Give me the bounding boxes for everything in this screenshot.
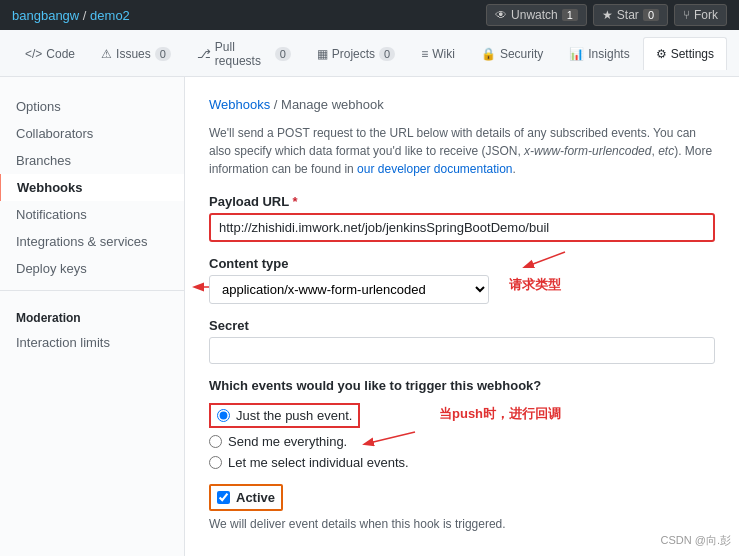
tab-settings-label: Settings (671, 47, 714, 61)
tab-pr-label: Pull requests (215, 40, 271, 68)
events-question: Which events would you like to trigger t… (209, 378, 715, 393)
payload-url-group: Payload URL * 回调地址 (209, 194, 715, 242)
sidebar-item-branches-label: Branches (16, 153, 71, 168)
content-type-select[interactable]: application/x-www-form-urlencoded applic… (209, 275, 489, 304)
sidebar-item-notifications-label: Notifications (16, 207, 87, 222)
sidebar-item-collaborators-label: Collaborators (16, 126, 93, 141)
tab-projects[interactable]: ▦ Projects 0 (304, 37, 408, 70)
tab-insights-label: Insights (588, 47, 629, 61)
sidebar-item-options[interactable]: Options (0, 93, 184, 120)
breadcrumb-page: Manage webhook (281, 97, 384, 112)
watch-button[interactable]: 👁 Unwatch 1 (486, 4, 587, 26)
push-annotation: 当push时，进行回调 (439, 405, 561, 423)
repo-actions: 👁 Unwatch 1 ★ Star 0 ⑂ Fork (486, 4, 727, 26)
required-indicator: * (293, 194, 298, 209)
sidebar-item-integrations[interactable]: Integrations & services (0, 228, 184, 255)
content-type-label: Content type (209, 256, 715, 271)
push-event-label: Just the push event. (236, 408, 352, 423)
active-section: Active (209, 484, 283, 511)
secret-group: Secret (209, 318, 715, 364)
individual-event-label: Let me select individual events. (228, 455, 409, 470)
tab-issues[interactable]: ⚠ Issues 0 (88, 37, 184, 70)
sidebar-item-interaction-limits-label: Interaction limits (16, 335, 110, 350)
fork-icon: ⑂ (683, 8, 690, 22)
pr-icon: ⎇ (197, 47, 211, 61)
issues-badge: 0 (155, 47, 171, 61)
top-bar: bangbangw / demo2 👁 Unwatch 1 ★ Star 0 ⑂… (0, 0, 739, 30)
sidebar-item-branches[interactable]: Branches (0, 147, 184, 174)
everything-event-radio[interactable] (209, 435, 222, 448)
everything-event-label: Send me everything. (228, 434, 347, 449)
moderation-section-title: Moderation (0, 299, 184, 329)
repo-name-link[interactable]: demo2 (90, 8, 130, 23)
wiki-icon: ≡ (421, 47, 428, 61)
breadcrumb: Webhooks / Manage webhook (209, 97, 715, 112)
push-event-radio-group: Just the push event. (209, 403, 360, 428)
breadcrumb-root[interactable]: Webhooks (209, 97, 270, 112)
sidebar-item-deploy-keys-label: Deploy keys (16, 261, 87, 276)
fork-button[interactable]: ⑂ Fork (674, 4, 727, 26)
tab-projects-label: Projects (332, 47, 375, 61)
active-hint: We will deliver event details when this … (209, 517, 715, 531)
sidebar-item-options-label: Options (16, 99, 61, 114)
events-group: Which events would you like to trigger t… (209, 378, 715, 470)
star-count: 0 (643, 9, 659, 21)
tab-security-label: Security (500, 47, 543, 61)
tab-settings[interactable]: ⚙ Settings (643, 37, 727, 70)
secret-input[interactable] (209, 337, 715, 364)
webhook-description: We'll send a POST request to the URL bel… (209, 124, 715, 178)
watch-count: 1 (562, 9, 578, 21)
sidebar-item-integrations-label: Integrations & services (16, 234, 148, 249)
tab-pull-requests[interactable]: ⎇ Pull requests 0 (184, 30, 304, 77)
layout: Options Collaborators Branches Webhooks … (0, 77, 739, 556)
sidebar-divider (0, 290, 184, 291)
payload-url-input[interactable] (209, 213, 715, 242)
watch-label: Unwatch (511, 8, 558, 22)
code-icon: </> (25, 47, 42, 61)
tab-code[interactable]: </> Code (12, 37, 88, 70)
radio-options-container: Just the push event. 当push时，进行回调 Send me… (209, 403, 715, 470)
content-type-group: Content type application/x-www-form-urle… (209, 256, 715, 304)
projects-badge: 0 (379, 47, 395, 61)
main-content: Webhooks / Manage webhook We'll send a P… (185, 77, 739, 556)
tab-code-label: Code (46, 47, 75, 61)
tab-security[interactable]: 🔒 Security (468, 37, 556, 70)
repo-path: bangbangw / demo2 (12, 8, 130, 23)
tab-insights[interactable]: 📊 Insights (556, 37, 642, 70)
sidebar-item-webhooks-label: Webhooks (17, 180, 83, 195)
sidebar-item-webhooks[interactable]: Webhooks (0, 174, 184, 201)
path-separator: / (83, 8, 90, 23)
tab-wiki-label: Wiki (432, 47, 455, 61)
star-label: Star (617, 8, 639, 22)
active-label: Active (236, 490, 275, 505)
sidebar-item-interaction-limits[interactable]: Interaction limits (0, 329, 184, 356)
eye-icon: 👁 (495, 8, 507, 22)
secret-label: Secret (209, 318, 715, 333)
individual-event-radio-group: Let me select individual events. (209, 455, 715, 470)
repo-owner-link[interactable]: bangbangw (12, 8, 79, 23)
individual-event-radio[interactable] (209, 456, 222, 469)
active-group: Active We will deliver event details whe… (209, 484, 715, 531)
sidebar-item-notifications[interactable]: Notifications (0, 201, 184, 228)
developer-docs-link[interactable]: our developer documentation (357, 162, 512, 176)
nav-tabs: </> Code ⚠ Issues 0 ⎇ Pull requests 0 ▦ … (0, 30, 739, 77)
issues-icon: ⚠ (101, 47, 112, 61)
sidebar-item-collaborators[interactable]: Collaborators (0, 120, 184, 147)
everything-event-radio-group: Send me everything. (209, 434, 715, 449)
sidebar-item-deploy-keys[interactable]: Deploy keys (0, 255, 184, 282)
pr-badge: 0 (275, 47, 291, 61)
fork-label: Fork (694, 8, 718, 22)
breadcrumb-separator: / (274, 97, 281, 112)
star-button[interactable]: ★ Star 0 (593, 4, 668, 26)
security-icon: 🔒 (481, 47, 496, 61)
tab-wiki[interactable]: ≡ Wiki (408, 37, 468, 70)
active-checkbox[interactable] (217, 491, 230, 504)
projects-icon: ▦ (317, 47, 328, 61)
content-type-annotation: 请求类型 (509, 276, 561, 294)
payload-url-label: Payload URL * (209, 194, 715, 209)
insights-icon: 📊 (569, 47, 584, 61)
watermark: CSDN @向.彭 (661, 533, 731, 548)
sidebar: Options Collaborators Branches Webhooks … (0, 77, 185, 556)
settings-icon: ⚙ (656, 47, 667, 61)
push-event-radio[interactable] (217, 409, 230, 422)
